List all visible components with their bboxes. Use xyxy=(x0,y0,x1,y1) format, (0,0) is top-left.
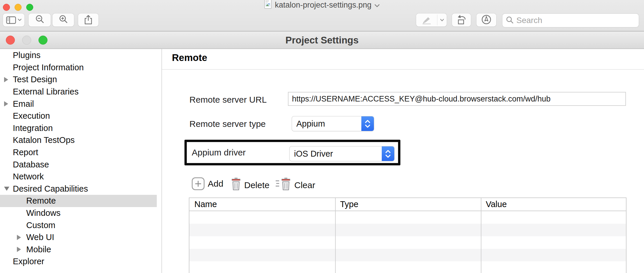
sidebar-item-desired-capabilities[interactable]: Desired Capabilities xyxy=(0,183,161,195)
disclosure-triangle-collapsed-icon[interactable] xyxy=(4,101,8,106)
sidebar-item-label: Network xyxy=(13,172,44,181)
clear-button-label: Clear xyxy=(294,180,315,190)
remote-server-url-label: Remote server URL xyxy=(189,95,267,104)
sidebar-item-label: Execution xyxy=(13,111,50,121)
rotate-left-icon xyxy=(456,14,467,26)
sidebar-item-label: Email xyxy=(13,99,34,109)
table-row[interactable] xyxy=(189,249,626,261)
sidebar-panel-icon xyxy=(6,16,22,24)
clear-button[interactable]: Clear xyxy=(275,177,315,193)
zoom-out-icon xyxy=(35,15,45,25)
sidebar-item-test-design[interactable]: Test Design xyxy=(0,74,161,86)
column-header-type[interactable]: Type xyxy=(335,200,481,209)
popup-stepper-icon xyxy=(382,146,394,161)
document-title-bar: katalon-project-settings.png xyxy=(0,1,644,9)
sidebar-item-label: Custom xyxy=(26,220,55,230)
clear-trash-icon xyxy=(275,177,291,193)
sidebar-item-report[interactable]: Report xyxy=(0,146,161,159)
add-button[interactable]: Add xyxy=(192,177,223,190)
sidebar-item-label: Windows xyxy=(26,208,61,218)
highlighter-icon xyxy=(416,13,437,27)
disclosure-triangle-collapsed-icon[interactable] xyxy=(17,247,21,252)
sidebar-item-windows[interactable]: Windows xyxy=(0,207,161,219)
table-row[interactable] xyxy=(189,211,626,224)
appium-driver-value: iOS Driver xyxy=(290,149,333,159)
window-title: Project Settings xyxy=(0,32,644,49)
section-divider xyxy=(162,69,644,70)
remote-server-type-label: Remote server type xyxy=(189,119,266,129)
column-header-name[interactable]: Name xyxy=(189,200,335,209)
sidebar-item-plugins[interactable]: Plugins xyxy=(0,49,161,62)
column-divider xyxy=(335,198,336,273)
preview-toolbar: katalon-project-settings.png xyxy=(0,0,644,32)
remote-server-type-value: Appium xyxy=(292,119,325,129)
disclosure-triangle-collapsed-icon[interactable] xyxy=(4,77,8,82)
sidebar-item-email[interactable]: Email xyxy=(0,98,161,110)
file-thumbnail-icon xyxy=(264,0,272,11)
sidebar-item-label: Database xyxy=(13,160,49,169)
share-button[interactable] xyxy=(78,13,98,27)
delete-button-label: Delete xyxy=(244,180,270,190)
remote-server-url-input[interactable] xyxy=(288,92,626,106)
zoom-in-button[interactable] xyxy=(52,13,74,27)
document-title[interactable]: katalon-project-settings.png xyxy=(275,1,372,10)
popup-stepper-icon xyxy=(361,116,374,131)
column-divider xyxy=(481,198,481,273)
search-input[interactable] xyxy=(516,16,639,25)
sidebar-item-execution[interactable]: Execution xyxy=(0,110,161,122)
sidebar-item-label: Integration xyxy=(13,123,53,133)
search-box[interactable] xyxy=(502,14,639,27)
capabilities-table: Name Type Value xyxy=(189,197,627,273)
sidebar-item-label: Katalon TestOps xyxy=(13,135,75,145)
column-header-value[interactable]: Value xyxy=(481,200,626,209)
title-chevron-down-icon[interactable] xyxy=(374,1,380,10)
sidebar-item-mobile[interactable]: Mobile xyxy=(0,244,161,256)
settings-sidebar: PluginsProject InformationTest DesignExt… xyxy=(0,49,162,273)
sidebar-item-web-ui[interactable]: Web UI xyxy=(0,231,161,244)
sidebar-item-label: Report xyxy=(13,148,38,157)
plus-icon xyxy=(192,177,205,190)
pen-style-chevron-icon[interactable] xyxy=(437,13,447,27)
remote-server-type-select[interactable]: Appium xyxy=(292,116,374,131)
zoom-out-button[interactable] xyxy=(29,13,51,27)
search-icon xyxy=(506,16,514,25)
zoom-in-icon xyxy=(59,15,68,25)
disclosure-triangle-collapsed-icon[interactable] xyxy=(17,235,21,240)
sidebar-toggle-button[interactable] xyxy=(3,13,24,27)
sidebar-item-katalon-testops[interactable]: Katalon TestOps xyxy=(0,134,161,146)
appium-driver-select[interactable]: iOS Driver xyxy=(290,146,394,161)
sidebar-item-project-information[interactable]: Project Information xyxy=(0,62,161,74)
table-header-row: Name Type Value xyxy=(189,198,626,211)
sidebar-item-label: Plugins xyxy=(13,50,41,60)
table-row[interactable] xyxy=(189,224,626,236)
sidebar-item-label: External Libraries xyxy=(13,87,79,97)
sidebar-item-database[interactable]: Database xyxy=(0,158,161,171)
share-icon xyxy=(83,14,93,26)
project-settings-titlebar: Project Settings xyxy=(0,32,644,49)
trash-icon xyxy=(231,177,241,193)
sidebar-item-label: Remote xyxy=(26,196,56,206)
markup-toolbar-button[interactable] xyxy=(476,13,496,27)
sidebar-item-external-libraries[interactable]: External Libraries xyxy=(0,86,161,98)
sidebar-item-label: Project Information xyxy=(13,63,84,72)
sidebar-item-label: Test Design xyxy=(13,75,57,84)
appium-driver-label: Appium driver xyxy=(192,148,246,157)
rotate-left-button[interactable] xyxy=(452,13,471,27)
sidebar-item-explorer[interactable]: Explorer xyxy=(0,256,161,268)
table-row[interactable] xyxy=(189,261,626,273)
sidebar-item-label: Web UI xyxy=(26,232,54,242)
delete-button[interactable]: Delete xyxy=(231,177,270,193)
disclosure-triangle-expanded-icon[interactable] xyxy=(4,187,9,191)
sidebar-item-integration[interactable]: Integration xyxy=(0,122,161,134)
highlight-pen-button[interactable] xyxy=(416,13,447,27)
add-button-label: Add xyxy=(208,179,223,189)
table-row[interactable] xyxy=(189,236,626,249)
sidebar-item-label: Desired Capabilities xyxy=(13,184,88,194)
section-heading: Remote xyxy=(172,52,207,63)
sidebar-item-network[interactable]: Network xyxy=(0,171,161,183)
sidebar-item-label: Mobile xyxy=(26,245,51,254)
sidebar-item-label: Explorer xyxy=(13,257,44,266)
sidebar-item-custom[interactable]: Custom xyxy=(0,219,161,231)
capabilities-table-body xyxy=(189,211,626,273)
sidebar-item-remote[interactable]: Remote xyxy=(0,195,157,207)
